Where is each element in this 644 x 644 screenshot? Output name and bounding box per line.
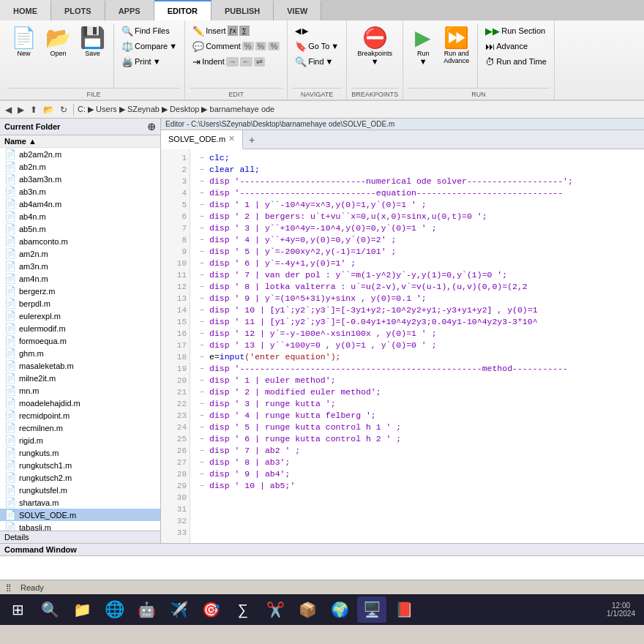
- sidebar-item[interactable]: 📄ab2am2n.m: [0, 148, 160, 160]
- code-line: –disp ' 12 | y`=-y-100e^-xsin100x , y(0)…: [195, 328, 640, 340]
- tab-publish[interactable]: PUBLISH: [211, 0, 274, 20]
- sidebar-item[interactable]: 📄recmilnen.m: [0, 422, 160, 434]
- file-icon: 📄: [4, 261, 16, 272]
- taskbar-dropbox[interactable]: 📦: [293, 596, 322, 623]
- sidebar-item[interactable]: 📄mn.m: [0, 384, 160, 397]
- sidebar-header: Current Folder ⊕: [0, 119, 160, 135]
- forward-nav-button[interactable]: ▶: [15, 104, 26, 116]
- sidebar-item[interactable]: 📄eulermodif.m: [0, 322, 160, 334]
- taskbar-cut[interactable]: ✂️: [261, 596, 290, 623]
- sidebar-item[interactable]: 📄ab5n.m: [0, 222, 160, 235]
- tab-plots[interactable]: PLOTS: [51, 0, 105, 20]
- taskbar-android[interactable]: 🤖: [132, 596, 161, 623]
- line-mark: –: [195, 187, 209, 199]
- sidebar-toggle-button[interactable]: ⊕: [147, 121, 156, 132]
- file-name: eulerexpl.m: [19, 312, 61, 321]
- sidebar-item[interactable]: 📄am2n.m: [0, 247, 160, 260]
- breakpoints-label: Breakpoints: [357, 50, 392, 57]
- sidebar-item[interactable]: 📄ab4n.m: [0, 210, 160, 222]
- go-to-button[interactable]: 🔖 Go To ▼: [292, 39, 342, 53]
- sidebar-title: Current Folder: [4, 122, 60, 131]
- sidebar-item[interactable]: 📄ab3n.m: [0, 185, 160, 198]
- file-name: ab3n.m: [19, 187, 46, 196]
- sidebar-item[interactable]: 📄recmidpoint.m: [0, 409, 160, 422]
- sidebar-item[interactable]: 📄bergerz.m: [0, 285, 160, 297]
- tab-view[interactable]: VIEW: [274, 0, 321, 20]
- sidebar-item[interactable]: 📄rungkuts.m: [0, 446, 160, 459]
- code-line: –disp ' 5 | y`=-200xy^2,y(-1)=1/101' ;: [195, 246, 640, 258]
- sidebar-item[interactable]: 📄milne2it.m: [0, 372, 160, 384]
- line-number: 13: [161, 293, 190, 304]
- file-name: am3n.m: [19, 262, 48, 271]
- sidebar-item[interactable]: 📄formoequa.m: [0, 334, 160, 347]
- print-button[interactable]: 🖨️ Print ▼: [119, 54, 180, 69]
- indent-button[interactable]: ⇥ Indent → ← ⇌: [190, 54, 282, 69]
- sidebar-item[interactable]: 📄ghm.m: [0, 347, 160, 359]
- file-name: ab2am2n.m: [19, 150, 61, 159]
- sidebar-item[interactable]: 📄am4n.m: [0, 272, 160, 285]
- sidebar-item[interactable]: 📄tabasli.m: [0, 521, 160, 531]
- browse-button[interactable]: 📂: [41, 104, 56, 116]
- open-button[interactable]: 📂 Open: [42, 23, 75, 59]
- breakpoints-button[interactable]: ⛔ Breakpoints ▼: [353, 23, 396, 68]
- sidebar-item[interactable]: 📄ab4am4n.m: [0, 198, 160, 210]
- tab-apps[interactable]: APPS: [105, 0, 154, 20]
- comment-button[interactable]: 💬 Comment % % %: [190, 39, 282, 53]
- refresh-button[interactable]: ↻: [58, 104, 70, 116]
- taskbar-search[interactable]: 🔍: [35, 596, 64, 623]
- sidebar-item[interactable]: 📄am3n.m: [0, 260, 160, 272]
- editor-tab-close[interactable]: ✕: [228, 134, 235, 143]
- taskbar-files[interactable]: 📁: [67, 596, 97, 623]
- up-nav-button[interactable]: ⬆: [28, 104, 40, 116]
- sidebar-item[interactable]: 📄abamconto.m: [0, 235, 160, 247]
- taskbar-edge[interactable]: 🌍: [325, 596, 354, 623]
- taskbar-ide[interactable]: 🖥️: [357, 596, 386, 623]
- line-mark: –: [195, 375, 209, 386]
- sidebar-item[interactable]: 📄rungkutsfel.m: [0, 484, 160, 496]
- sidebar-item[interactable]: 📄rigid.m: [0, 434, 160, 446]
- sidebar-item[interactable]: 📄moadelehajdid.m: [0, 397, 160, 409]
- file-name: ab2n.m: [19, 162, 46, 171]
- taskbar-app5[interactable]: 🎯: [196, 596, 225, 623]
- sidebar-item[interactable]: 📄shartava.m: [0, 496, 160, 509]
- sidebar-item[interactable]: 📄rungkutsch2.m: [0, 471, 160, 484]
- run-and-time-button[interactable]: ⏱ Run and Time: [482, 54, 549, 69]
- taskbar-telegram[interactable]: ✈️: [164, 596, 193, 623]
- taskbar-pdf[interactable]: 📕: [389, 596, 419, 623]
- taskbar-chrome[interactable]: 🌐: [100, 596, 129, 623]
- back-button[interactable]: ◀ ▶: [292, 23, 342, 38]
- sidebar-item[interactable]: 📄berpdl.m: [0, 297, 160, 310]
- tab-home[interactable]: HOME: [0, 0, 51, 20]
- compare-button[interactable]: ⚖️ Compare ▼: [119, 39, 180, 53]
- code-text: disp ' 13 | y``+100y=0 , y(0)=1 , y`(0)=…: [209, 340, 437, 351]
- find-button[interactable]: 🔍 Find ▼: [292, 54, 342, 69]
- save-button[interactable]: 💾 Save: [76, 23, 109, 59]
- find-files-button[interactable]: 🔍 Find Files: [119, 23, 180, 38]
- resize-handle[interactable]: ⣿: [6, 583, 15, 592]
- run-section-button[interactable]: ▶▶ Run Section: [482, 23, 549, 38]
- editor-tab-add[interactable]: +: [243, 132, 261, 147]
- sidebar-item[interactable]: 📄eulerexpl.m: [0, 310, 160, 322]
- back-nav-button[interactable]: ◀: [3, 104, 14, 116]
- start-button[interactable]: ⊞: [3, 596, 32, 623]
- main-layout: Current Folder ⊕ Name ▲ 📄ab2am2n.m📄ab2n.…: [0, 119, 644, 543]
- tab-editor[interactable]: EDITOR: [154, 0, 211, 20]
- file-name: rungkuts.m: [19, 449, 59, 457]
- code-text: disp ' 1 | y``-10^4y=x^3,y(0)=1,y`(0)=1 …: [209, 199, 427, 211]
- run-and-advance-button[interactable]: ⏩ Run andAdvance: [440, 23, 473, 67]
- file-icon: 📄: [4, 522, 16, 531]
- new-button[interactable]: 📄 New: [7, 23, 40, 59]
- sidebar-item[interactable]: 📄ab2n.m: [0, 160, 160, 173]
- code-area[interactable]: –clc;–clear all;–disp '-----------------…: [190, 149, 644, 543]
- sidebar-item[interactable]: 📄SOLVE_ODE.m: [0, 509, 160, 521]
- indent-label: Indent: [202, 57, 225, 66]
- sidebar-item[interactable]: 📄masaleketab.m: [0, 359, 160, 372]
- sidebar-item[interactable]: 📄rungkutsch1.m: [0, 459, 160, 471]
- editor-tab-solve-ode[interactable]: SOLVE_ODE.m ✕: [161, 130, 243, 149]
- taskbar-math[interactable]: ∑: [228, 596, 258, 623]
- sidebar-item[interactable]: 📄ab3am3n.m: [0, 173, 160, 185]
- advance-button[interactable]: ⏭ Advance: [482, 39, 549, 53]
- run-button[interactable]: ▶ Run ▼: [408, 23, 438, 68]
- sidebar: Current Folder ⊕ Name ▲ 📄ab2am2n.m📄ab2n.…: [0, 119, 161, 543]
- insert-button[interactable]: ✏️ Insert ƒx ∑: [190, 23, 282, 38]
